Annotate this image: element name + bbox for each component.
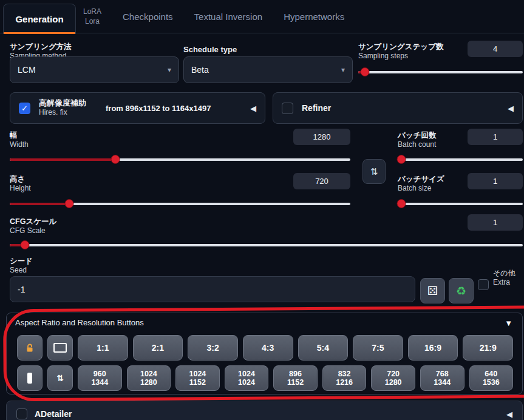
resolution-button[interactable]: 1024 1280 xyxy=(127,365,171,391)
slider-handle[interactable] xyxy=(397,155,406,164)
height-label-en: Height xyxy=(10,184,31,194)
height-input[interactable] xyxy=(293,173,350,189)
cfg-scale-slider[interactable] xyxy=(10,240,523,249)
cfg-scale-label-en: CFG Scale xyxy=(10,226,56,236)
tab-lora-line2: Lora xyxy=(85,17,100,27)
aspect-ratio-button[interactable]: 7:5 xyxy=(353,335,403,361)
slider-track xyxy=(10,244,523,246)
hires-fix-panel[interactable]: ✓ 高解像度補助 Hires. fix from 896x1152 to 116… xyxy=(10,92,265,124)
collapse-left-icon[interactable]: ◀ xyxy=(508,104,514,113)
slider-track xyxy=(358,71,523,73)
collapse-left-icon[interactable]: ◀ xyxy=(250,104,256,113)
cfg-scale-input[interactable] xyxy=(468,214,523,231)
tab-group: LoRA Lora Checkpoints Textual Inversion … xyxy=(80,0,344,33)
sampling-steps-input[interactable] xyxy=(468,41,523,57)
width-input[interactable] xyxy=(293,129,350,145)
height-slider[interactable] xyxy=(10,199,350,208)
slider-handle[interactable] xyxy=(397,199,406,208)
slider-handle[interactable] xyxy=(21,240,30,249)
resolution-button[interactable]: 960 1344 xyxy=(78,365,122,391)
batch-size-slider[interactable] xyxy=(398,199,523,208)
resolution-button[interactable]: 896 1152 xyxy=(273,365,318,391)
random-seed-button[interactable]: ⚄ xyxy=(420,278,445,303)
swap-icon: ⇅ xyxy=(370,166,378,177)
slider-handle[interactable] xyxy=(360,67,369,76)
collapse-left-icon[interactable]: ◀ xyxy=(506,410,512,419)
aspect-ratio-panel: Aspect Ratio and Resolution Buttons ▼ 1:… xyxy=(6,313,523,395)
tab-textual-inversion[interactable]: Textual Inversion xyxy=(194,12,263,22)
resolution-height: 1280 xyxy=(140,378,157,387)
cfg-scale-label-jp: CFGスケール xyxy=(10,217,56,226)
seed-extra-label: その他 Extra xyxy=(493,269,517,288)
seed-label-en: Seed xyxy=(10,266,33,276)
reuse-seed-button[interactable]: ♻ xyxy=(449,278,474,303)
resolution-height: 1344 xyxy=(434,378,451,387)
aspect-ratio-button[interactable]: 3:2 xyxy=(188,335,238,361)
aspect-swap-button[interactable]: ⇅ xyxy=(47,365,73,391)
aspect-ratio-button[interactable]: 21:9 xyxy=(463,335,513,361)
aspect-ratio-button[interactable]: 16:9 xyxy=(408,335,458,361)
aspect-ratio-button[interactable]: 1:1 xyxy=(78,335,128,361)
resolution-width: 768 xyxy=(436,370,449,378)
aspect-lock-button[interactable] xyxy=(17,335,43,361)
schedule-type-label-text: Schedule type xyxy=(183,45,237,55)
batch-size-input[interactable] xyxy=(468,173,523,189)
resolution-button[interactable]: 832 1216 xyxy=(322,365,367,391)
aspect-ratio-button[interactable]: 4:3 xyxy=(243,335,293,361)
landscape-icon xyxy=(53,343,67,353)
sampling-method-value: LCM xyxy=(18,65,36,75)
swap-dimensions-button[interactable]: ⇅ xyxy=(362,159,386,184)
resolution-button[interactable]: 640 1536 xyxy=(469,365,514,391)
seed-label-jp: シード xyxy=(10,257,33,266)
tab-hypernetworks[interactable]: Hypernetworks xyxy=(284,12,344,22)
seed-extra-label-en: Extra xyxy=(493,278,517,288)
batch-size-label: バッチサイズ Batch size xyxy=(398,175,444,194)
tab-generation[interactable]: Generation xyxy=(3,4,76,34)
hires-fix-label: 高解像度補助 Hires. fix xyxy=(39,98,86,117)
refiner-checkbox[interactable] xyxy=(282,103,293,114)
seed-label: シード Seed xyxy=(10,257,33,276)
hires-fix-checkbox[interactable]: ✓ xyxy=(19,103,30,114)
resolution-button[interactable]: 1024 1024 xyxy=(225,365,269,391)
height-label-jp: 高さ xyxy=(10,175,31,184)
resolution-button[interactable]: 720 1280 xyxy=(371,365,415,391)
swap-icon: ⇅ xyxy=(56,373,64,383)
sampling-method-dropdown[interactable]: LCM ▾ xyxy=(10,56,179,83)
resolution-width: 720 xyxy=(387,370,400,378)
resolution-width: 960 xyxy=(94,370,106,378)
width-label-en: Width xyxy=(10,140,29,150)
seed-input[interactable] xyxy=(10,276,415,302)
lock-icon xyxy=(25,344,35,353)
schedule-type-label: Schedule type xyxy=(183,45,237,55)
seed-extra-checkbox[interactable] xyxy=(478,279,489,290)
aspect-ratio-button[interactable]: 2:1 xyxy=(133,335,183,361)
slider-fill xyxy=(10,203,69,205)
hires-fix-resolution-text: from 896x1152 to 1164x1497 xyxy=(106,104,211,113)
slider-handle[interactable] xyxy=(65,199,74,208)
aspect-portrait-button[interactable] xyxy=(17,365,43,391)
sampling-steps-slider[interactable] xyxy=(358,67,523,76)
aspect-ratio-button[interactable]: 5:4 xyxy=(298,335,349,361)
slider-track xyxy=(398,158,523,161)
slider-handle[interactable] xyxy=(111,155,120,164)
adetailer-panel[interactable]: ADetailer ◀ xyxy=(6,401,523,420)
batch-count-input[interactable] xyxy=(468,129,523,145)
width-slider[interactable] xyxy=(10,155,350,164)
resolution-height: 1024 xyxy=(238,378,255,387)
dropdown-caret-icon: ▾ xyxy=(168,66,171,74)
adetailer-checkbox[interactable] xyxy=(16,408,27,419)
schedule-type-dropdown[interactable]: Beta ▾ xyxy=(183,56,353,83)
hires-fix-label-en: Hires. fix xyxy=(39,108,86,118)
tab-bar: Generation LoRA Lora Checkpoints Textual… xyxy=(0,0,524,33)
batch-count-slider[interactable] xyxy=(398,155,523,164)
tab-lora[interactable]: LoRA Lora xyxy=(83,7,101,26)
tab-checkpoints[interactable]: Checkpoints xyxy=(123,12,173,22)
resolution-button[interactable]: 768 1344 xyxy=(420,365,464,391)
expand-down-icon[interactable]: ▼ xyxy=(505,319,512,328)
seed-extra-label-jp: その他 xyxy=(493,269,517,278)
resolution-button[interactable]: 1024 1152 xyxy=(175,365,220,391)
resolution-width: 1024 xyxy=(189,370,206,378)
aspect-landscape-button[interactable] xyxy=(47,335,73,361)
dice-icon: ⚄ xyxy=(427,283,438,298)
refiner-panel[interactable]: Refiner ◀ xyxy=(273,92,523,124)
